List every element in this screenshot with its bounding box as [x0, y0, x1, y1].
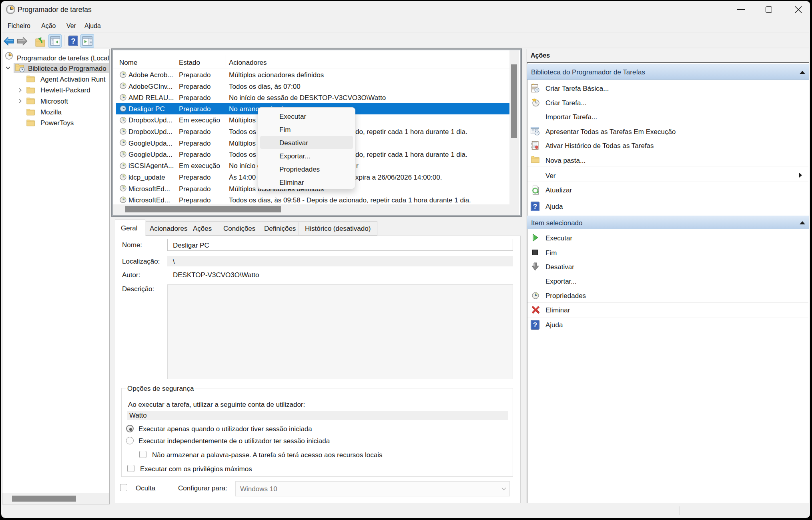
svg-text:?: ? [71, 37, 76, 45]
svg-text:?: ? [533, 321, 537, 329]
svg-text:?: ? [533, 202, 537, 210]
